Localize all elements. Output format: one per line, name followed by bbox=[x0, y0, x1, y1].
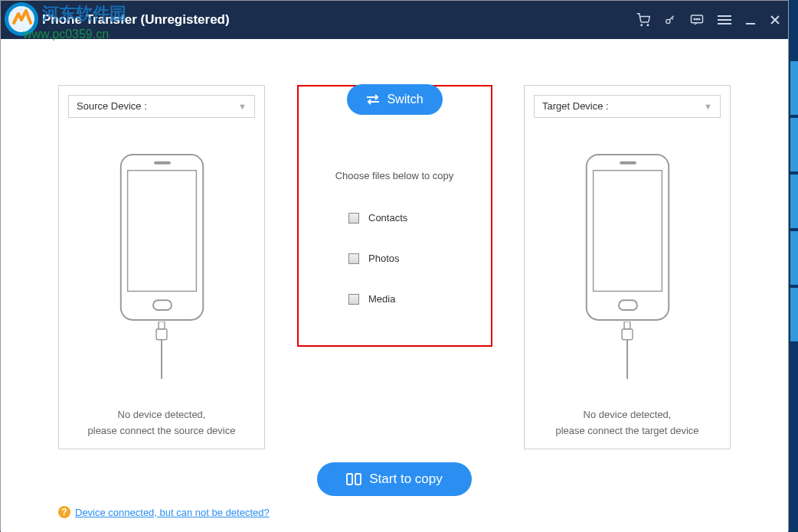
target-status-line2: please connect the target device bbox=[555, 423, 698, 439]
source-select-label: Source Device : bbox=[77, 100, 147, 112]
svg-rect-16 bbox=[127, 170, 196, 291]
target-status-line1: No device detected, bbox=[555, 407, 698, 423]
svg-point-4 bbox=[666, 19, 670, 23]
source-status-line2: please connect the source device bbox=[88, 423, 236, 439]
target-device-select[interactable]: Target Device : ▼ bbox=[534, 95, 721, 118]
svg-rect-19 bbox=[159, 321, 165, 329]
close-button[interactable] bbox=[770, 15, 780, 25]
media-checkbox[interactable] bbox=[348, 294, 359, 305]
svg-point-3 bbox=[647, 24, 649, 26]
phone-outline-icon bbox=[118, 152, 206, 322]
photos-option[interactable]: Photos bbox=[348, 253, 399, 264]
cart-icon[interactable] bbox=[636, 13, 650, 27]
target-device-panel: Target Device : ▼ No device detected, p bbox=[524, 85, 731, 449]
svg-rect-22 bbox=[347, 474, 352, 485]
minimize-button[interactable] bbox=[745, 15, 756, 25]
source-device-panel: Source Device : ▼ No device detected, p bbox=[58, 85, 265, 449]
choose-files-label: Choose files below to copy bbox=[335, 170, 454, 181]
svg-rect-20 bbox=[156, 329, 167, 340]
switch-button[interactable]: Switch bbox=[347, 84, 443, 115]
switch-button-label: Switch bbox=[387, 93, 423, 106]
svg-rect-15 bbox=[120, 155, 202, 320]
file-options-list: Contacts Photos Media bbox=[348, 212, 440, 305]
svg-rect-24 bbox=[586, 155, 668, 320]
cable-icon bbox=[621, 321, 633, 379]
target-select-label: Target Device : bbox=[542, 100, 609, 112]
svg-rect-29 bbox=[622, 329, 633, 340]
svg-point-7 bbox=[696, 18, 698, 20]
svg-point-6 bbox=[694, 18, 695, 20]
app-logo-icon bbox=[15, 11, 31, 28]
svg-rect-17 bbox=[154, 161, 171, 164]
help-link-row: ? Device connected, but can not be detec… bbox=[58, 506, 270, 518]
media-label: Media bbox=[368, 293, 395, 305]
highlight-box: Switch Choose files below to copy Contac… bbox=[297, 85, 492, 347]
svg-point-2 bbox=[641, 24, 643, 26]
source-device-select[interactable]: Source Device : ▼ bbox=[68, 95, 255, 118]
window-title: Phone Transfer (Unregistered) bbox=[42, 12, 230, 28]
start-copy-label: Start to copy bbox=[369, 472, 442, 487]
contacts-checkbox[interactable] bbox=[348, 213, 359, 224]
copy-devices-icon bbox=[346, 472, 361, 486]
contacts-option[interactable]: Contacts bbox=[348, 212, 407, 224]
svg-rect-18 bbox=[153, 300, 172, 310]
svg-rect-28 bbox=[624, 321, 630, 329]
dropdown-caret-icon: ▼ bbox=[238, 102, 247, 111]
svg-rect-23 bbox=[355, 474, 361, 485]
dropdown-caret-icon: ▼ bbox=[704, 102, 712, 111]
target-status-text: No device detected, please connect the t… bbox=[555, 407, 698, 439]
photos-label: Photos bbox=[368, 253, 399, 264]
feedback-icon[interactable] bbox=[690, 14, 704, 26]
help-link[interactable]: Device connected, but can not be detecte… bbox=[75, 507, 270, 518]
start-copy-button[interactable]: Start to copy bbox=[317, 462, 472, 496]
contacts-label: Contacts bbox=[368, 212, 407, 224]
center-panel: Switch Choose files below to copy Contac… bbox=[297, 85, 492, 496]
svg-point-8 bbox=[698, 18, 700, 20]
svg-rect-25 bbox=[593, 170, 662, 291]
svg-rect-0 bbox=[17, 13, 21, 27]
cable-icon bbox=[155, 321, 168, 379]
menu-icon[interactable] bbox=[718, 15, 731, 25]
svg-rect-26 bbox=[620, 161, 636, 164]
key-icon[interactable] bbox=[664, 14, 676, 26]
source-status-line1: No device detected, bbox=[88, 407, 236, 423]
photos-checkbox[interactable] bbox=[348, 253, 359, 264]
switch-arrows-icon bbox=[365, 93, 381, 106]
source-status-text: No device detected, please connect the s… bbox=[88, 407, 236, 439]
panels-row: Source Device : ▼ No device detected, p bbox=[58, 85, 731, 496]
phone-outline-icon bbox=[584, 152, 672, 322]
help-icon: ? bbox=[58, 506, 70, 518]
svg-rect-27 bbox=[619, 300, 637, 310]
title-bar: Phone Transfer (Unregistered) bbox=[1, 1, 788, 39]
app-window: Phone Transfer (Unregistered) bbox=[0, 0, 789, 531]
media-option[interactable]: Media bbox=[348, 293, 395, 305]
window-controls bbox=[636, 1, 780, 39]
desktop-sidebar-tiles bbox=[790, 61, 798, 367]
content-area: Source Device : ▼ No device detected, p bbox=[1, 39, 788, 532]
